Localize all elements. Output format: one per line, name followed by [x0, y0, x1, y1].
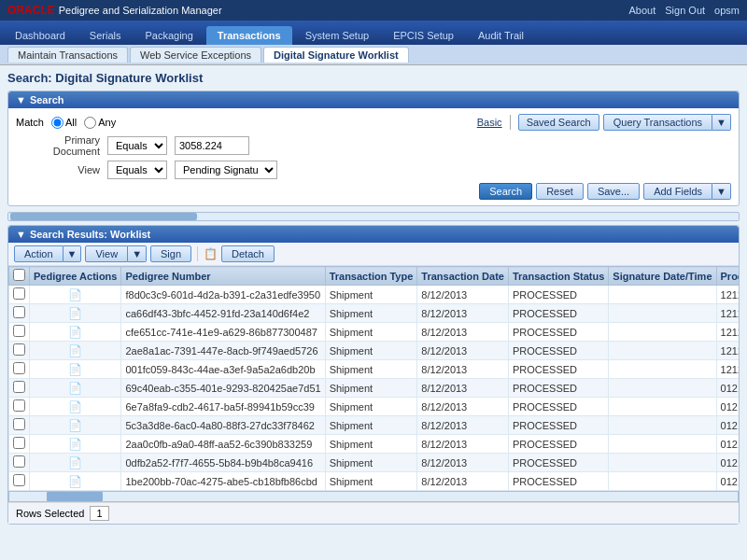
match-all-radio[interactable] [51, 117, 63, 129]
nav-tab-system-setup[interactable]: System Setup [294, 26, 380, 45]
nav-tab-epcis-setup[interactable]: EPCIS Setup [382, 26, 465, 45]
sign-button[interactable]: Sign [150, 245, 191, 262]
reset-button[interactable]: Reset [536, 183, 584, 200]
search-button[interactable]: Search [479, 183, 532, 200]
row-checkbox[interactable] [13, 455, 25, 468]
row-checkbox-cell[interactable] [9, 360, 30, 379]
horizontal-scrollbar[interactable] [7, 212, 740, 221]
saved-search-button[interactable]: Saved Search [518, 114, 599, 131]
save-button[interactable]: Save... [587, 183, 640, 200]
page-content: Search: Digital Signature Worklist ▼ Sea… [0, 65, 747, 560]
transaction-date-cell: 8/12/2013 [417, 454, 509, 472]
row-checkbox[interactable] [13, 362, 25, 374]
pedigree-action-cell[interactable]: 📄 [30, 342, 121, 360]
username-label: opsm [714, 5, 740, 16]
row-checkbox-cell[interactable] [9, 454, 30, 472]
pedigree-action-cell[interactable]: 📄 [30, 472, 121, 491]
pedigree-action-icon[interactable]: 📄 [68, 382, 82, 395]
top-bar: ORACLE Pedigree and Serialization Manage… [0, 0, 747, 21]
primary-doc-value[interactable] [175, 136, 249, 155]
add-fields-button[interactable]: Add Fields [643, 183, 712, 200]
pedigree-action-cell[interactable]: 📄 [30, 435, 121, 454]
pedigree-action-icon[interactable]: 📄 [68, 363, 82, 376]
view-button[interactable]: View [85, 245, 128, 262]
pedigree-action-icon[interactable]: 📄 [68, 326, 82, 339]
row-checkbox-cell[interactable] [9, 435, 30, 454]
th-pedigree-actions[interactable]: Pedigree Actions [30, 267, 121, 286]
signout-link[interactable]: Sign Out [665, 5, 705, 16]
action-button[interactable]: Action [14, 245, 63, 262]
pedigree-action-cell[interactable]: 📄 [30, 304, 121, 323]
row-checkbox[interactable] [13, 287, 25, 300]
pedigree-action-icon[interactable]: 📄 [68, 475, 82, 488]
subtab-digital-sig[interactable]: Digital Signature Worklist [263, 47, 409, 63]
th-checkbox[interactable] [9, 267, 30, 286]
th-transaction-status[interactable]: Transaction Status [508, 267, 608, 286]
th-signature-datetime[interactable]: Signature Date/Time [609, 267, 716, 286]
row-checkbox[interactable] [13, 474, 25, 486]
th-transaction-type[interactable]: Transaction Type [325, 267, 417, 286]
row-checkbox[interactable] [13, 418, 25, 430]
match-row: Match All Any [16, 117, 116, 129]
nav-tab-packaging[interactable]: Packaging [134, 26, 204, 45]
row-checkbox-cell[interactable] [9, 286, 30, 304]
row-checkbox-cell[interactable] [9, 398, 30, 416]
basic-btn[interactable]: Basic [477, 117, 502, 128]
pedigree-action-icon[interactable]: 📄 [68, 344, 82, 357]
row-checkbox[interactable] [13, 343, 25, 356]
query-transactions-dropdown[interactable]: ▼ [712, 114, 731, 131]
match-any-label[interactable]: Any [84, 117, 116, 129]
row-checkbox-cell[interactable] [9, 416, 30, 435]
table-bottom-scrollbar[interactable] [8, 491, 739, 502]
pedigree-action-cell[interactable]: 📄 [30, 416, 121, 435]
pedigree-action-cell[interactable]: 📄 [30, 360, 121, 379]
th-transaction-date[interactable]: Transaction Date [417, 267, 509, 286]
pedigree-action-cell[interactable]: 📄 [30, 379, 121, 398]
row-checkbox[interactable] [13, 325, 25, 337]
add-fields-dropdown[interactable]: ▼ [712, 183, 731, 200]
transaction-type-cell: Shipment [325, 286, 417, 304]
match-all-label[interactable]: All [51, 117, 77, 129]
row-checkbox[interactable] [13, 437, 25, 449]
row-checkbox-cell[interactable] [9, 304, 30, 323]
view-value[interactable]: Pending Signature [175, 161, 277, 179]
nav-tab-transactions[interactable]: Transactions [206, 26, 292, 45]
view-dropdown[interactable]: ▼ [128, 245, 147, 262]
pedigree-action-icon[interactable]: 📄 [68, 419, 82, 432]
th-product-code[interactable]: Product Code [716, 267, 739, 286]
search-collapse-icon[interactable]: ▼ [16, 94, 26, 105]
subtab-maintain[interactable]: Maintain Transactions [7, 47, 128, 63]
nav-tab-audit-trail[interactable]: Audit Trail [467, 26, 535, 45]
th-pedigree-number[interactable]: Pedigree Number [121, 267, 325, 286]
pedigree-action-cell[interactable]: 📄 [30, 398, 121, 416]
pedigree-action-cell[interactable]: 📄 [30, 454, 121, 472]
match-any-radio[interactable] [84, 117, 96, 129]
subtab-web-service[interactable]: Web Service Exceptions [130, 47, 261, 63]
detach-button[interactable]: Detach [221, 245, 275, 262]
table-scroll-area[interactable]: Pedigree Actions Pedigree Number Transac… [8, 266, 739, 491]
row-checkbox-cell[interactable] [9, 342, 30, 360]
row-checkbox[interactable] [13, 306, 25, 318]
pedigree-action-cell[interactable]: 📄 [30, 323, 121, 342]
pedigree-action-icon[interactable]: 📄 [68, 400, 82, 413]
results-collapse-icon[interactable]: ▼ [16, 229, 26, 240]
pedigree-action-icon[interactable]: 📄 [68, 456, 82, 469]
match-label: Match [16, 117, 44, 128]
row-checkbox-cell[interactable] [9, 472, 30, 491]
nav-tab-serials[interactable]: Serials [78, 26, 133, 45]
view-operator[interactable]: Equals [107, 161, 167, 179]
row-checkbox[interactable] [13, 399, 25, 412]
action-dropdown[interactable]: ▼ [63, 245, 82, 262]
row-checkbox-cell[interactable] [9, 379, 30, 398]
pedigree-action-icon[interactable]: 📄 [68, 307, 82, 320]
query-transactions-button[interactable]: Query Transactions [603, 114, 712, 131]
select-all-checkbox[interactable] [13, 269, 25, 281]
about-link[interactable]: About [629, 5, 656, 16]
pedigree-action-cell[interactable]: 📄 [30, 286, 121, 304]
pedigree-action-icon[interactable]: 📄 [68, 438, 82, 451]
row-checkbox-cell[interactable] [9, 323, 30, 342]
pedigree-action-icon[interactable]: 📄 [68, 288, 82, 301]
row-checkbox[interactable] [13, 381, 25, 393]
primary-doc-operator[interactable]: Equals [107, 136, 167, 155]
nav-tab-dashboard[interactable]: Dashboard [4, 26, 77, 45]
